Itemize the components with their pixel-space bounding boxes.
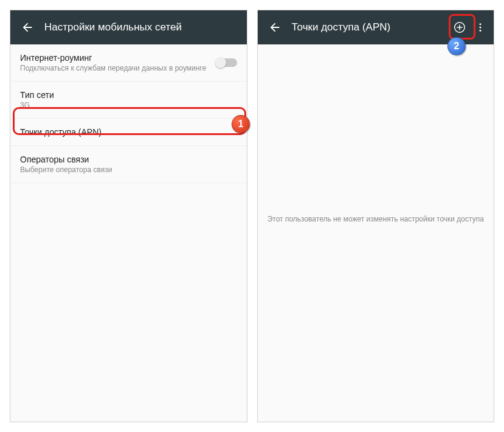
- phone-left: Настройки мобильных сетей Интернет-роуми…: [10, 10, 247, 422]
- appbar-title-left: Настройки мобильных сетей: [44, 21, 242, 33]
- setting-apn[interactable]: Точки доступа (APN): [10, 119, 247, 146]
- more-vert-icon: [475, 22, 486, 33]
- phone-right: Точки доступа (APN) Этот пользователь не…: [257, 10, 495, 422]
- roaming-label: Интернет-роуминг: [20, 53, 206, 63]
- network-type-label: Тип сети: [20, 90, 54, 100]
- operators-sub: Выберите оператора связи: [20, 165, 112, 174]
- network-type-value: 3G: [20, 101, 54, 110]
- svg-point-2: [480, 27, 482, 29]
- arrow-back-icon: [21, 21, 34, 34]
- add-apn-button[interactable]: [447, 15, 472, 40]
- apn-content: Этот пользователь не может изменять наст…: [258, 44, 494, 422]
- settings-list: Интернет-роуминг Подключаться к службам …: [10, 44, 247, 422]
- dual-screenshot-container: Настройки мобильных сетей Интернет-роуми…: [0, 0, 504, 432]
- back-button[interactable]: [15, 15, 40, 40]
- roaming-switch[interactable]: [216, 58, 237, 67]
- marker-1: 1: [232, 115, 250, 133]
- operators-label: Операторы связи: [20, 155, 112, 164]
- appbar-left: Настройки мобильных сетей: [10, 10, 247, 44]
- svg-point-3: [480, 30, 482, 32]
- appbar-title-right: Точки доступа (APN): [292, 21, 448, 33]
- marker-2: 2: [447, 37, 466, 55]
- setting-roaming[interactable]: Интернет-роуминг Подключаться к службам …: [10, 44, 247, 82]
- overflow-menu-button[interactable]: [472, 15, 489, 40]
- plus-circle-icon: [453, 21, 466, 34]
- setting-operators[interactable]: Операторы связи Выберите оператора связи: [10, 146, 247, 183]
- apn-label: Точки доступа (APN): [20, 127, 102, 137]
- back-button-right[interactable]: [263, 15, 287, 40]
- setting-network-type[interactable]: Тип сети 3G: [10, 82, 247, 119]
- svg-point-1: [480, 23, 482, 25]
- roaming-sub: Подключаться к службам передачи данных в…: [20, 64, 206, 72]
- apn-empty-message: Этот пользователь не может изменять наст…: [258, 215, 494, 223]
- arrow-back-icon: [268, 21, 281, 34]
